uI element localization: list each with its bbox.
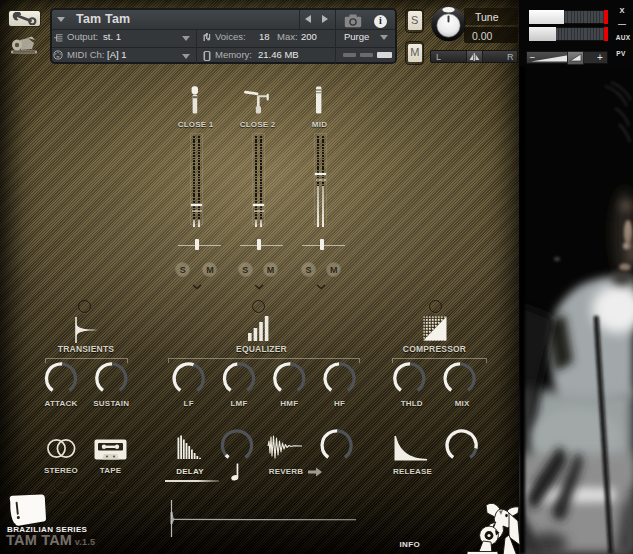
svg-text:−: − [530, 52, 536, 63]
